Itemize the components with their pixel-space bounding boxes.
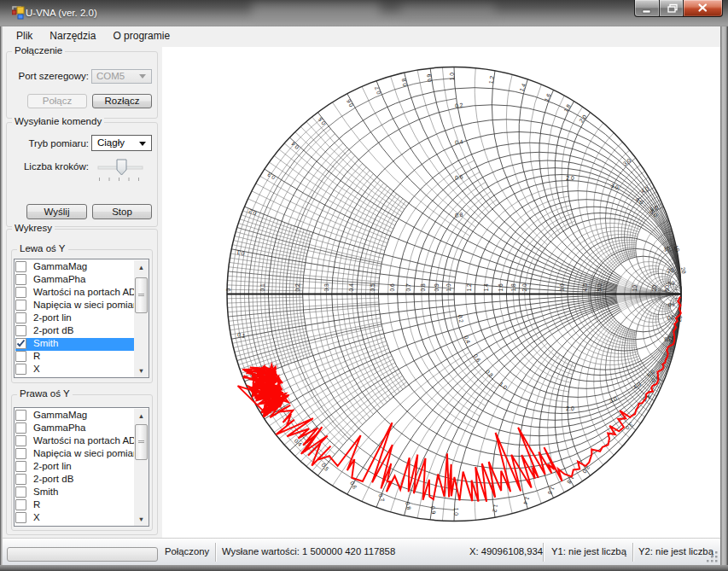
svg-text:3.0: 3.0 [559,283,565,292]
svg-text:0.6: 0.6 [473,353,482,364]
svg-text:0.8: 0.8 [455,212,463,218]
svg-text:20: 20 [680,266,687,274]
svg-text:0.9: 0.9 [434,283,440,292]
svg-text:1.8: 1.8 [510,283,516,292]
svg-text:0.6: 0.6 [455,173,463,180]
svg-text:1.2: 1.2 [487,75,495,84]
svg-text:0.5: 0.5 [370,283,376,292]
svg-text:0.9: 0.9 [430,506,437,515]
svg-text:4.0: 4.0 [582,283,588,292]
svg-text:1.6: 1.6 [498,283,504,292]
svg-text:0.7: 0.7 [373,85,381,95]
svg-text:0.1: 0.1 [236,249,245,257]
svg-text:1.4: 1.4 [522,496,531,505]
svg-text:0.6: 0.6 [345,98,354,108]
svg-text:0.1: 0.1 [259,283,265,292]
svg-text:0.2: 0.2 [457,314,465,323]
svg-text:0.2: 0.2 [455,102,463,108]
svg-text:1.6: 1.6 [543,92,551,102]
svg-text:0.4: 0.4 [290,141,300,151]
svg-text:1.2: 1.2 [466,283,472,292]
svg-text:2.0: 2.0 [566,175,574,181]
svg-text:2.0: 2.0 [578,114,587,124]
svg-text:1.2: 1.2 [492,504,499,513]
svg-text:20: 20 [667,315,674,322]
svg-text:0.8: 0.8 [420,283,426,292]
svg-text:20: 20 [667,267,673,274]
svg-text:0.4: 0.4 [455,138,463,145]
svg-text:1.4: 1.4 [518,83,527,92]
svg-text:1.8: 1.8 [562,103,572,114]
svg-text:0.2: 0.2 [248,208,258,217]
svg-text:50: 50 [668,302,675,308]
svg-text:1.0: 1.0 [449,73,455,81]
svg-text:0.9: 0.9 [426,73,433,82]
svg-text:0.7: 0.7 [405,283,411,292]
svg-text:10: 10 [632,285,638,292]
svg-text:0.6: 0.6 [389,283,395,292]
svg-text:2.0: 2.0 [521,283,527,292]
svg-text:1.0: 1.0 [453,508,459,516]
svg-text:20: 20 [651,285,657,292]
svg-text:3.0: 3.0 [624,422,634,431]
svg-text:0.8: 0.8 [485,369,495,379]
svg-text:50: 50 [668,280,675,286]
svg-text:0.8: 0.8 [400,78,408,87]
svg-text:2.0: 2.0 [566,405,574,411]
svg-text:0.4: 0.4 [348,283,354,292]
svg-text:1.0: 1.0 [446,283,451,292]
svg-text:0.4: 0.4 [463,335,471,345]
svg-text:5.0: 5.0 [597,283,603,292]
svg-text:1.4: 1.4 [483,283,489,292]
svg-text:0.2: 0.2 [294,283,300,292]
svg-text:0: 0 [225,288,231,292]
svg-text:0.3: 0.3 [323,283,329,292]
